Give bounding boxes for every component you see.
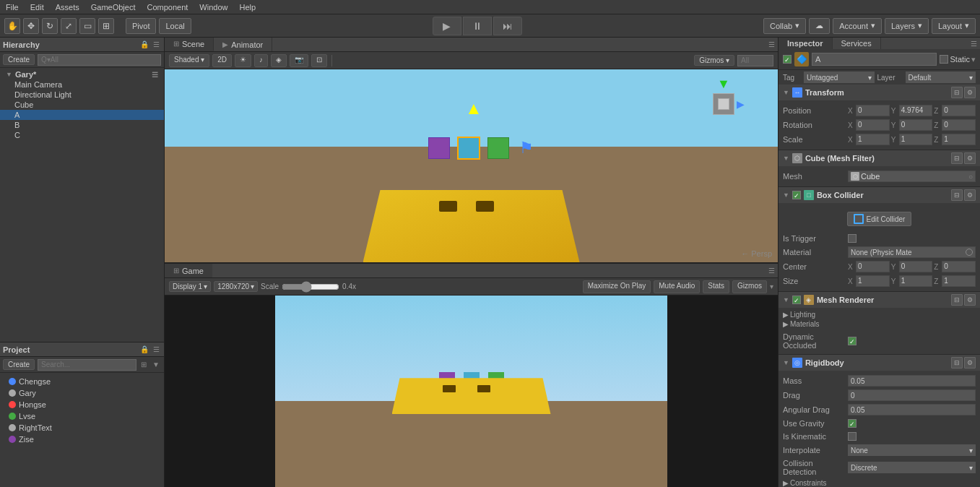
use-gravity-check[interactable]: ✓	[848, 419, 857, 428]
pause-button[interactable]: ⏸	[463, 17, 492, 35]
scene-gizmo-toggle[interactable]: ⊡	[311, 54, 327, 67]
project-item-chengse[interactable]: Chengse	[6, 376, 158, 387]
project-item-zise[interactable]: Zise	[6, 434, 158, 445]
project-item-lvse[interactable]: Lvse	[6, 410, 158, 422]
local-button[interactable]: Local	[159, 18, 191, 34]
static-arrow[interactable]: ▾	[971, 55, 976, 64]
pivot-button[interactable]: Pivot	[126, 18, 156, 34]
hierarchy-item-gary[interactable]: ▼ Gary* ☰	[0, 69, 164, 79]
gary-menu[interactable]: ☰	[152, 71, 158, 79]
box-collider-copy-btn[interactable]: ⊟	[951, 189, 963, 201]
step-button[interactable]: ⏭	[493, 17, 522, 35]
center-z-input[interactable]: 0	[942, 261, 976, 272]
project-item-righttext[interactable]: RightText	[6, 422, 158, 434]
menu-edit[interactable]: Edit	[27, 3, 47, 12]
object-enabled-check[interactable]: ✓	[783, 55, 792, 64]
project-item-hongse[interactable]: Hongse	[6, 399, 158, 410]
rot-z-input[interactable]: 0	[942, 119, 976, 131]
interpolate-dropdown[interactable]: None▾	[848, 444, 976, 456]
materials-toggle[interactable]: ▶ Materials	[783, 320, 976, 328]
mass-input[interactable]: 0.05	[848, 375, 976, 387]
mode-2d[interactable]: 2D	[212, 54, 232, 67]
game-panel-menu[interactable]: ☰	[768, 267, 775, 275]
box-collider-check[interactable]: ✓	[792, 191, 801, 199]
is-trigger-check[interactable]	[848, 234, 857, 243]
layers-button[interactable]: Layers ▾	[885, 18, 929, 34]
rot-x-input[interactable]: 0	[856, 119, 890, 131]
scale-y-input[interactable]: 1	[899, 134, 933, 145]
scene-panel-menu[interactable]: ☰	[768, 40, 775, 48]
tab-animator[interactable]: ▶ Animator	[214, 38, 272, 51]
mesh-value[interactable]: ⬡ Cube ○	[848, 171, 976, 182]
menu-component[interactable]: Component	[144, 3, 191, 12]
rigidbody-header[interactable]: ▼ ◎ Rigidbody ⊟ ⚙	[779, 355, 980, 371]
hierarchy-item-c[interactable]: C	[0, 130, 164, 140]
mesh-renderer-check[interactable]: ✓	[792, 296, 801, 304]
scene-fx-toggle[interactable]: ◈	[271, 54, 287, 67]
shading-dropdown[interactable]: Shaded ▾	[169, 54, 209, 67]
mesh-renderer-header[interactable]: ▼ ✓ ◈ Mesh Renderer ⊟ ⚙	[779, 292, 980, 308]
transform-copy-btn[interactable]: ⊟	[951, 87, 963, 98]
material-value[interactable]: None (Physic Mate	[848, 246, 976, 258]
angular-drag-input[interactable]: 0.05	[848, 404, 976, 415]
menu-file[interactable]: File	[3, 3, 22, 12]
hierarchy-item-b[interactable]: B	[0, 120, 164, 130]
project-filter-btn[interactable]: ▼	[151, 361, 161, 369]
tab-inspector[interactable]: Inspector	[779, 38, 833, 49]
mesh-renderer-settings-btn[interactable]: ⚙	[964, 294, 976, 306]
pos-y-input[interactable]: 4.9764	[899, 105, 933, 116]
collab-button[interactable]: Collab ▾	[763, 18, 806, 34]
tool-rotate[interactable]: ↻	[42, 18, 58, 34]
edit-collider-btn[interactable]: Edit Collider	[847, 212, 912, 226]
lighting-toggle[interactable]: ▶ Lighting	[783, 311, 976, 319]
game-menu[interactable]: ▾	[770, 283, 773, 290]
project-view-btn[interactable]: ⊞	[139, 361, 148, 369]
size-y-input[interactable]: 1	[899, 275, 933, 287]
hierarchy-lock[interactable]: 🔒	[139, 40, 150, 48]
box-collider-settings-btn[interactable]: ⚙	[964, 189, 976, 201]
cloud-button[interactable]: ☁	[809, 18, 830, 34]
static-check[interactable]	[940, 55, 948, 64]
project-menu[interactable]: ☰	[152, 345, 161, 353]
project-item-gary[interactable]: Gary	[6, 387, 158, 399]
menu-gameobject[interactable]: GameObject	[88, 3, 139, 12]
tab-scene[interactable]: ⊞ Scene	[165, 38, 214, 51]
rigidbody-settings-btn[interactable]: ⚙	[964, 357, 976, 369]
pos-x-input[interactable]: 0	[856, 105, 890, 116]
hierarchy-item-a[interactable]: A	[0, 110, 164, 120]
rigidbody-copy-btn[interactable]: ⊟	[951, 357, 963, 369]
hierarchy-menu[interactable]: ☰	[152, 40, 161, 48]
scene-search[interactable]	[737, 55, 773, 66]
hierarchy-create-btn[interactable]: Create	[3, 54, 35, 65]
play-button[interactable]: ▶	[433, 17, 461, 35]
maximize-btn[interactable]: Maximize On Play	[583, 280, 651, 293]
hierarchy-item-maincamera[interactable]: Main Camera	[0, 79, 164, 90]
project-create-btn[interactable]: Create	[3, 359, 35, 370]
game-gizmos-btn[interactable]: Gizmos	[732, 280, 767, 293]
tab-game[interactable]: ⊞ Game	[165, 264, 212, 277]
mesh-renderer-copy-btn[interactable]: ⊟	[951, 294, 963, 306]
gizmos-dropdown[interactable]: Gizmos ▾	[694, 55, 734, 66]
mesh-select[interactable]: ○	[968, 173, 973, 181]
transform-header[interactable]: ▼ ↔ Transform ⊟ ⚙	[779, 85, 980, 100]
tool-rect[interactable]: ▭	[79, 18, 95, 34]
layer-dropdown[interactable]: Default▾	[906, 72, 976, 83]
object-name-input[interactable]	[812, 53, 937, 66]
tab-services[interactable]: Services	[833, 38, 881, 49]
hierarchy-item-dirlight[interactable]: Directional Light	[0, 90, 164, 100]
hierarchy-item-cube[interactable]: Cube	[0, 100, 164, 110]
tag-dropdown[interactable]: Untagged▾	[804, 72, 875, 83]
transform-settings-btn[interactable]: ⚙	[964, 87, 976, 98]
collision-detection-dropdown[interactable]: Discrete▾	[848, 462, 976, 473]
stats-btn[interactable]: Stats	[703, 280, 729, 293]
is-kinematic-check[interactable]	[848, 432, 857, 441]
mesh-filter-header[interactable]: ▼ ⬡ Cube (Mesh Filter) ⊟ ⚙	[779, 150, 980, 166]
dynamic-occluded-check[interactable]: ✓	[848, 337, 857, 345]
account-button[interactable]: Account ▾	[833, 18, 882, 34]
scale-z-input[interactable]: 1	[942, 134, 976, 145]
resolution-dropdown[interactable]: 1280x720 ▾	[214, 281, 258, 292]
size-z-input[interactable]: 1	[942, 275, 976, 287]
mesh-filter-copy-btn[interactable]: ⊟	[951, 152, 963, 164]
menu-help[interactable]: Help	[236, 3, 259, 12]
tool-scale[interactable]: ⤢	[61, 18, 77, 34]
